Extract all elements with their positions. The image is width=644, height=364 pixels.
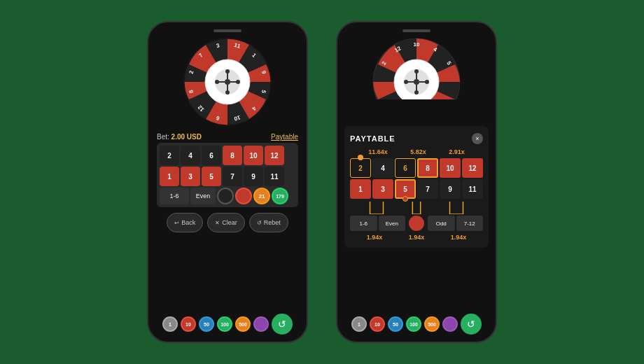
top-number-row: 2 4 6 8 10 12	[160, 146, 295, 165]
num-9[interactable]: 9	[244, 167, 263, 186]
rebet-icon: ↺	[257, 220, 262, 226]
pt-num-4[interactable]: 4	[372, 158, 393, 178]
chip-bar-500[interactable]: 500	[235, 316, 251, 332]
clear-icon: ✕	[215, 220, 220, 226]
pt-num-12[interactable]: 12	[462, 158, 483, 178]
label-ball	[409, 216, 424, 231]
chip-bar-1[interactable]: 1	[162, 316, 178, 332]
label-even[interactable]: Even	[379, 216, 406, 231]
pt-num-8[interactable]: 8	[417, 158, 438, 178]
bet-row: Bet: 2.00 USD Paytable	[157, 133, 298, 141]
connector-lines	[350, 202, 483, 214]
right-chip-1[interactable]: 1	[351, 316, 367, 332]
connector-svg	[350, 202, 483, 214]
bet-amount: 2.00 USD	[172, 133, 202, 141]
right-phone-notch	[402, 29, 430, 32]
mult-2: 2.91x	[449, 148, 465, 155]
right-wheel-container: 10 4 12 5 2	[371, 36, 462, 99]
mult-5: 5.82x	[410, 148, 426, 155]
multipliers-bottom: 1.94x 1.94x 1.94x	[350, 234, 483, 241]
left-wheel-container: 11 1 9 5 4 10 6 12 8 2 7 3	[182, 36, 273, 127]
num-3[interactable]: 3	[181, 167, 200, 186]
svg-point-38	[414, 69, 419, 74]
back-icon: ↩	[174, 220, 179, 226]
clear-button[interactable]: ✕ Clear	[207, 213, 245, 232]
paytable-bottom-row: 1 3 5 7 9 11	[350, 179, 483, 199]
chip-bar-100[interactable]: 100	[217, 316, 232, 332]
svg-point-40	[404, 80, 408, 84]
multipliers-top: 11.64x 5.82x 2.91x	[350, 148, 483, 155]
left-chips-bar: 1 10 50 100 500 ↺	[148, 314, 307, 335]
chip-bar-purple[interactable]	[253, 316, 269, 332]
svg-point-16	[225, 79, 230, 85]
label-7-12[interactable]: 7-12	[456, 216, 484, 231]
pt-num-11[interactable]: 11	[462, 179, 483, 199]
num-11[interactable]: 11	[265, 167, 284, 186]
special-row: 1-6 Even 21 179	[160, 188, 295, 204]
right-phone: 10 4 12 5 2	[336, 21, 497, 343]
svg-point-22	[225, 90, 230, 94]
pt-num-7[interactable]: 7	[417, 179, 438, 199]
mult-bot-3: 1.94x	[451, 234, 467, 241]
mult-bot-2: 1.94x	[409, 234, 425, 241]
chip-21[interactable]: 21	[253, 188, 270, 204]
right-wheel-svg: 10 4 12 5 2	[371, 36, 462, 99]
svg-point-23	[215, 80, 219, 84]
num-6[interactable]: 6	[202, 146, 221, 165]
chip-bar-50[interactable]: 50	[199, 316, 214, 332]
svg-point-24	[236, 80, 240, 84]
paytable-top-row: 2 4 6 8 10 12	[350, 158, 483, 178]
label-1-6[interactable]: 1-6	[350, 216, 377, 231]
label-odd[interactable]: Odd	[428, 216, 455, 231]
num-4[interactable]: 4	[181, 146, 200, 165]
chip-black-bet[interactable]	[217, 188, 234, 204]
pt-num-1[interactable]: 1	[350, 179, 371, 199]
phone-notch	[214, 29, 241, 32]
num-10[interactable]: 10	[244, 146, 263, 165]
pt-num-9[interactable]: 9	[440, 179, 461, 199]
chip-179[interactable]: 179	[272, 188, 288, 204]
paytable-close-button[interactable]: ×	[472, 133, 483, 144]
num-8[interactable]: 8	[223, 146, 242, 165]
back-button[interactable]: ↩ Back	[167, 213, 203, 232]
paytable-overlay: PAYTABLE × 11.64x 5.82x 2.91x 2 4 6	[344, 126, 489, 248]
paytable-title: PAYTABLE	[350, 134, 396, 143]
num-1[interactable]: 1	[160, 167, 179, 186]
pt-num-5[interactable]: 5	[395, 179, 416, 199]
paytable-link[interactable]: Paytable	[271, 133, 298, 141]
pt-num-2[interactable]: 2	[350, 158, 371, 178]
svg-point-21	[225, 69, 230, 74]
betting-table: 2 4 6 8 10 12 1 3 5 7 9 11	[157, 143, 298, 207]
pt-num-3[interactable]: 3	[372, 179, 393, 199]
pt-num-6[interactable]: 6	[395, 158, 416, 178]
svg-point-33	[414, 79, 419, 85]
num-5[interactable]: 5	[202, 167, 221, 186]
pt-num-10[interactable]: 10	[440, 158, 461, 178]
cell-1-6[interactable]: 1-6	[160, 188, 189, 204]
chip-red-bet[interactable]	[235, 188, 252, 204]
cell-even[interactable]: Even	[190, 188, 216, 204]
bet-label: Bet: 2.00 USD	[157, 133, 202, 141]
right-chip-purple[interactable]	[442, 316, 458, 332]
phones-container: 11 1 9 5 4 10 6 12 8 2 7 3	[147, 21, 497, 343]
rebet-button[interactable]: ↺ Rebet	[249, 213, 288, 232]
num-7[interactable]: 7	[223, 167, 242, 186]
right-chip-50[interactable]: 50	[388, 316, 403, 332]
svg-point-39	[414, 90, 419, 94]
paytable-header: PAYTABLE ×	[350, 133, 483, 144]
chip-bar-10[interactable]: 10	[181, 316, 196, 332]
left-wheel-svg: 11 1 9 5 4 10 6 12 8 2 7 3	[182, 36, 273, 127]
num-12[interactable]: 12	[265, 146, 284, 165]
mult-bot-1: 1.94x	[367, 234, 383, 241]
action-buttons: ↩ Back ✕ Clear ↺ Rebet	[167, 213, 288, 232]
app-container: 11 1 9 5 4 10 6 12 8 2 7 3	[0, 0, 644, 364]
paytable-labels-row: 1-6 Even Odd 7-12	[350, 216, 483, 231]
svg-text:10: 10	[414, 41, 420, 48]
right-chip-100[interactable]: 100	[406, 316, 421, 332]
right-chip-500[interactable]: 500	[424, 316, 440, 332]
right-chip-10[interactable]: 10	[370, 316, 385, 332]
num-2[interactable]: 2	[160, 146, 179, 165]
spin-button[interactable]: ↺	[272, 314, 293, 335]
right-spin-button[interactable]: ↺	[461, 314, 482, 335]
left-phone: 11 1 9 5 4 10 6 12 8 2 7 3	[147, 21, 308, 343]
